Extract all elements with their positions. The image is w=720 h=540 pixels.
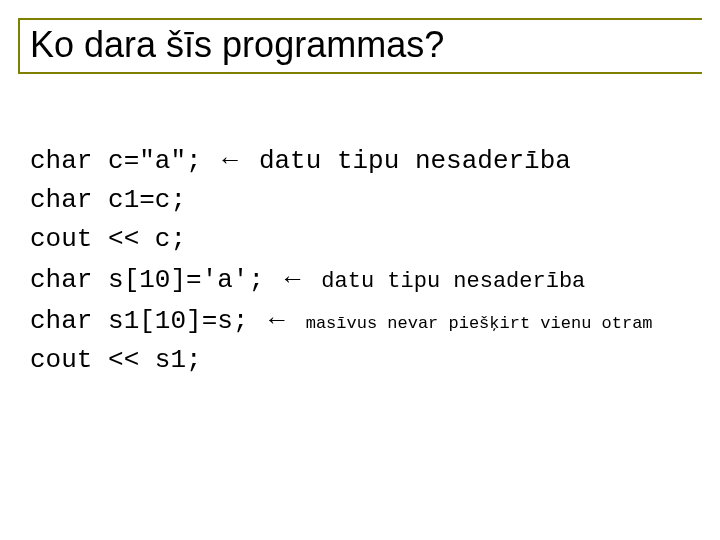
code-line-1: char c="a"; ← datu tipu nesaderība — [30, 146, 571, 176]
kw: cout — [30, 224, 92, 254]
kw: char — [30, 185, 92, 215]
code-line-2: char c1=c; — [30, 185, 186, 215]
title-rule-top — [18, 18, 702, 20]
note: datu tipu nesaderība — [259, 146, 571, 176]
code: c="a"; — [108, 146, 202, 176]
title-rule-bottom — [18, 72, 702, 74]
title-rule-left — [18, 18, 20, 74]
kw: char — [30, 265, 92, 295]
slide: Ko dara šīs programmas? char c="a"; ← da… — [0, 0, 720, 540]
code-line-3: cout << c; — [30, 224, 186, 254]
code-block: char c="a"; ← datu tipu nesaderība char … — [30, 140, 653, 380]
code: << c; — [108, 224, 186, 254]
arrow-left-icon: ← — [217, 144, 243, 174]
code: s1[10]=s; — [108, 306, 248, 336]
arrow-left-icon: ← — [280, 263, 306, 293]
code: s[10]='a'; — [108, 265, 264, 295]
slide-title: Ko dara šīs programmas? — [30, 22, 444, 68]
code-line-6: cout << s1; — [30, 345, 202, 375]
note: datu tipu nesaderība — [321, 269, 585, 294]
code-line-5: char s1[10]=s; ← masīvus nevar piešķirt … — [30, 306, 653, 336]
kw: cout — [30, 345, 92, 375]
kw: char — [30, 146, 92, 176]
code: << s1; — [108, 345, 202, 375]
code-line-4: char s[10]='a'; ← datu tipu nesaderība — [30, 265, 585, 295]
arrow-left-icon: ← — [264, 304, 290, 334]
note: masīvus nevar piešķirt vienu otram — [306, 314, 653, 333]
kw: char — [30, 306, 92, 336]
code: c1=c; — [108, 185, 186, 215]
